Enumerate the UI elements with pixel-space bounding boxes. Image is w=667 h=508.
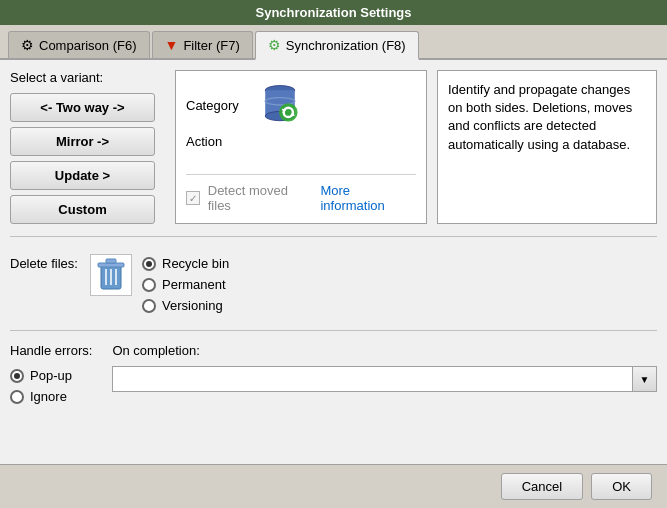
comparison-icon: ⚙ xyxy=(21,37,34,53)
separator-2 xyxy=(10,330,657,331)
ignore-radio[interactable] xyxy=(10,390,24,404)
tab-bar: ⚙ Comparison (F6) ▼ Filter (F7) ⚙ Synchr… xyxy=(0,25,667,60)
on-completion-label: On completion: xyxy=(112,343,657,358)
custom-button[interactable]: Custom xyxy=(10,195,155,224)
sync-icon-container xyxy=(256,81,304,129)
ok-button[interactable]: OK xyxy=(591,473,652,500)
svg-point-4 xyxy=(279,103,297,121)
separator-1 xyxy=(10,236,657,237)
detect-moved-checkbox[interactable]: ✓ xyxy=(186,191,200,205)
tab-filter[interactable]: ▼ Filter (F7) xyxy=(152,31,253,58)
recycle-bin-label: Recycle bin xyxy=(162,256,229,271)
ignore-label: Ignore xyxy=(30,389,67,404)
two-way-button[interactable]: <- Two way -> xyxy=(10,93,155,122)
versioning-label: Versioning xyxy=(162,298,223,313)
svg-rect-8 xyxy=(98,263,124,267)
title-bar: Synchronization Settings xyxy=(0,0,667,25)
content-area: Select a variant: <- Two way -> Mirror -… xyxy=(0,60,667,464)
tab-synchronization[interactable]: ⚙ Synchronization (F8) xyxy=(255,31,419,60)
svg-rect-9 xyxy=(106,259,116,263)
title-text: Synchronization Settings xyxy=(255,5,411,20)
errors-panel: Handle errors: Pop-up Ignore xyxy=(10,343,92,404)
completion-panel: On completion: ▼ xyxy=(112,343,657,392)
mirror-button[interactable]: Mirror -> xyxy=(10,127,155,156)
update-button[interactable]: Update > xyxy=(10,161,155,190)
recycle-bin-option[interactable]: Recycle bin xyxy=(142,256,229,271)
cancel-button[interactable]: Cancel xyxy=(501,473,583,500)
more-info-link[interactable]: More information xyxy=(320,183,416,213)
permanent-option[interactable]: Permanent xyxy=(142,277,229,292)
delete-section: Delete files: Recycle bin Permanent xyxy=(10,249,657,318)
completion-input[interactable] xyxy=(113,367,632,391)
recycle-icon-box xyxy=(90,254,132,296)
recycle-bin-radio[interactable] xyxy=(142,257,156,271)
action-label: Action xyxy=(186,134,246,149)
database-sync-icon xyxy=(256,81,304,129)
sync-info-panel: Category xyxy=(175,70,427,224)
popup-label: Pop-up xyxy=(30,368,72,383)
versioning-radio[interactable] xyxy=(142,299,156,313)
tab-comparison-label: Comparison (F6) xyxy=(39,38,137,53)
category-action-area: Category xyxy=(186,81,416,149)
versioning-option[interactable]: Versioning xyxy=(142,298,229,313)
ignore-option[interactable]: Ignore xyxy=(10,389,92,404)
permanent-label: Permanent xyxy=(162,277,226,292)
tab-filter-label: Filter (F7) xyxy=(183,38,239,53)
recycle-bin-icon xyxy=(95,257,127,293)
delete-radio-options: Recycle bin Permanent Versioning xyxy=(142,254,229,313)
tab-comparison[interactable]: ⚙ Comparison (F6) xyxy=(8,31,150,58)
popup-option[interactable]: Pop-up xyxy=(10,368,92,383)
delete-files-label: Delete files: xyxy=(10,254,80,271)
category-row: Category xyxy=(186,81,416,129)
completion-dropdown: ▼ xyxy=(112,366,657,392)
bottom-section: Handle errors: Pop-up Ignore On completi… xyxy=(10,343,657,404)
completion-dropdown-arrow[interactable]: ▼ xyxy=(632,367,656,391)
handle-errors-label: Handle errors: xyxy=(10,343,92,358)
action-row: Action xyxy=(186,134,416,149)
sync-tab-icon: ⚙ xyxy=(268,37,281,53)
footer: Cancel OK xyxy=(0,464,667,508)
detect-moved-row: ✓ Detect moved files More information xyxy=(186,174,416,213)
popup-radio[interactable] xyxy=(10,369,24,383)
error-radio-options: Pop-up Ignore xyxy=(10,366,92,404)
category-label: Category xyxy=(186,98,246,113)
permanent-radio[interactable] xyxy=(142,278,156,292)
description-panel: Identify and propagate changes on both s… xyxy=(437,70,657,224)
detect-moved-label: Detect moved files xyxy=(208,183,313,213)
variants-panel: Select a variant: <- Two way -> Mirror -… xyxy=(10,70,165,224)
tab-synchronization-label: Synchronization (F8) xyxy=(286,38,406,53)
description-text: Identify and propagate changes on both s… xyxy=(448,82,632,152)
filter-icon: ▼ xyxy=(165,37,179,53)
variants-label: Select a variant: xyxy=(10,70,165,85)
top-section: Select a variant: <- Two way -> Mirror -… xyxy=(10,70,657,224)
